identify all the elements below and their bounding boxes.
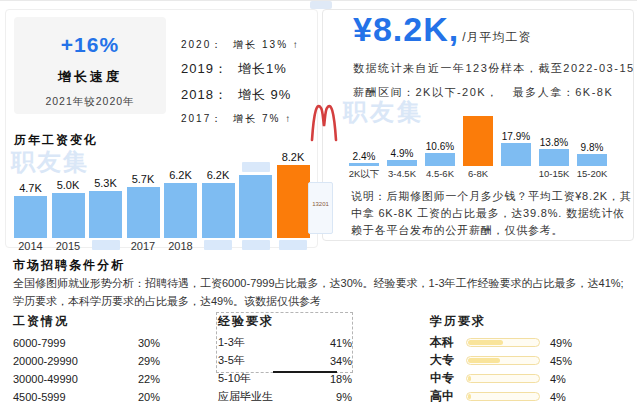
salary-column-title: 工资情况 xyxy=(13,313,160,330)
distribution-bar-cell: 4.9% xyxy=(387,148,417,166)
distribution-bar-cell: 17.9% xyxy=(501,131,531,166)
market-row: 6000-799930% xyxy=(13,337,160,348)
market-row: 本科49% xyxy=(430,337,630,348)
market-row-percent: 4% xyxy=(550,373,566,385)
growth-year-value: 增长 9% xyxy=(238,86,291,104)
history-bar-cell: 8.2K xyxy=(277,151,310,238)
education-bar-fill xyxy=(468,394,471,399)
average-salary-value: ¥8.2K, xyxy=(353,10,459,49)
bar-percent-label: 13.8% xyxy=(540,137,568,148)
market-row-label: 高中 xyxy=(430,388,466,402)
market-row-label: 应届毕业生 xyxy=(218,389,273,402)
market-row-percent: 45% xyxy=(550,355,572,367)
market-row-percent: 49% xyxy=(550,337,572,349)
market-row-percent: 18% xyxy=(330,373,352,385)
distribution-range-label: 4.5-6K xyxy=(425,168,455,181)
market-row: 30000-4999022% xyxy=(13,373,160,384)
education-bar-track xyxy=(466,374,540,383)
market-row-percent: 30% xyxy=(138,337,160,349)
growth-year: 2018： xyxy=(181,86,228,104)
tooltip-fragment: 13201 xyxy=(308,182,333,234)
growth-rate-compare: 2021年较2020年 xyxy=(14,95,166,109)
market-row-label: 5-10年 xyxy=(218,371,251,386)
history-bar-chart: 4.7K5.0K5.3K5.7K6.2K6.2K8.2K xyxy=(14,146,314,238)
growth-year-row: 2017：增长 7% ↑ xyxy=(181,112,300,126)
bar-percent-label: 9.8% xyxy=(581,142,604,153)
distribution-range-label: 15-20K xyxy=(577,168,607,181)
education-bar-track xyxy=(466,356,540,365)
history-bar-cell xyxy=(239,162,272,238)
education-bar-fill xyxy=(468,340,503,345)
market-row: 20000-2999029% xyxy=(13,355,160,366)
market-row-label: 1-3年 xyxy=(218,335,245,350)
distribution-bar xyxy=(501,143,531,166)
ui-fragment xyxy=(310,1,332,9)
bar-percent-label: 10.6% xyxy=(426,141,454,152)
bar-value-label: 6.2K xyxy=(207,169,230,181)
growth-rate-value: +16% xyxy=(14,33,166,57)
market-row-percent: 22% xyxy=(138,373,160,385)
experience-column-title: 经验要求 xyxy=(218,313,352,330)
distribution-bar xyxy=(349,163,379,166)
market-row-label: 中专 xyxy=(430,370,466,387)
history-bar xyxy=(89,191,122,238)
average-salary-suffix: /月平均工资 xyxy=(462,29,531,46)
history-bar-cell: 5.7K xyxy=(127,173,160,238)
bar-value-label: 6.2K xyxy=(169,169,192,181)
market-row-label: 大专 xyxy=(430,352,466,369)
average-salary-line: ¥8.2K, /月平均工资 xyxy=(353,10,532,49)
growth-and-history-panel: +16% 增长速度 2021年较2020年 2020：增长 13% ↑2019：… xyxy=(5,9,318,248)
distribution-range-label: 6-8K xyxy=(463,168,493,181)
history-bar xyxy=(277,165,310,238)
distribution-bar-cell xyxy=(463,116,493,166)
distribution-bar xyxy=(425,153,455,166)
salary-summary-panel: ¥8.2K, /月平均工资 数据统计来自近一年123份样本，截至2022-03-… xyxy=(322,9,634,241)
growth-rate-label: 增长速度 xyxy=(14,68,166,86)
hidden-year-label xyxy=(279,240,307,250)
market-row: 高中4% xyxy=(430,391,630,402)
education-breakdown-column: 学历要求 本科49%大专45%中专4%高中4% xyxy=(430,313,630,402)
history-bar xyxy=(202,183,235,238)
distribution-bar-cell: 10.6% xyxy=(425,141,455,166)
growth-year: 2019： xyxy=(181,60,228,78)
history-bar xyxy=(164,183,197,238)
experience-breakdown-column: 经验要求 1-3年41%3-5年34%5-10年18%应届毕业生9% xyxy=(218,313,352,402)
bar-value-label: 4.7K xyxy=(19,182,42,194)
growth-history-list: 2020：增长 13% ↑2019：增长1%2018：增长 9%2017：增长 … xyxy=(181,34,300,130)
bar-value-label: 8.2K xyxy=(282,151,305,163)
market-row: 应届毕业生9% xyxy=(218,391,352,402)
distribution-range-label: 2K以下 xyxy=(349,168,379,181)
hidden-year-label xyxy=(92,240,120,250)
market-row: 3-5年34% xyxy=(218,355,352,366)
market-row-percent: 20% xyxy=(138,391,160,402)
market-row: 中专4% xyxy=(430,373,630,384)
growth-rate-card: +16% 增长速度 2021年较2020年 xyxy=(14,17,166,114)
sample-note: 数据统计来自近一年123份样本，截至2022-03-15 xyxy=(353,61,635,76)
education-column-title: 学历要求 xyxy=(430,313,630,330)
bar-percent-label: 4.9% xyxy=(391,148,414,159)
market-analysis-description: 全国修图师就业形势分析：招聘待遇，工资6000-7999占比最多，达30%。经验… xyxy=(13,275,627,310)
history-bar xyxy=(14,196,47,238)
distribution-range-label: 10-15K xyxy=(539,168,569,181)
salary-breakdown-column: 工资情况 6000-799930%20000-2999029%30000-499… xyxy=(13,313,160,402)
market-row: 1-3年41% xyxy=(218,337,352,348)
market-row-percent: 9% xyxy=(336,391,352,402)
salary-rows: 6000-799930%20000-2999029%30000-4999022%… xyxy=(13,337,160,402)
distribution-bar xyxy=(463,116,493,166)
market-row-label: 20000-29990 xyxy=(13,355,78,367)
market-row: 5-10年18% xyxy=(218,373,352,384)
distribution-bar xyxy=(539,149,569,166)
bar-percent-label: 2.4% xyxy=(353,151,376,162)
selection-line xyxy=(273,371,337,373)
experience-rows: 1-3年41%3-5年34%5-10年18%应届毕业生9% xyxy=(218,337,352,402)
bar-value-label: 5.3K xyxy=(94,177,117,189)
history-bar-cell: 4.7K xyxy=(14,182,47,238)
education-rows: 本科49%大专45%中专4%高中4% xyxy=(430,337,630,402)
hidden-bar-value xyxy=(242,162,270,172)
most-common-range-label: 最多人拿：6K-8K xyxy=(513,86,614,98)
history-bar xyxy=(127,187,160,238)
distribution-bar-cell: 9.8% xyxy=(577,142,607,166)
education-bar-track xyxy=(466,392,540,401)
salary-range-label: 薪酬区间：2K以下-20K， xyxy=(353,86,499,98)
history-bar-cell: 6.2K xyxy=(202,169,235,238)
